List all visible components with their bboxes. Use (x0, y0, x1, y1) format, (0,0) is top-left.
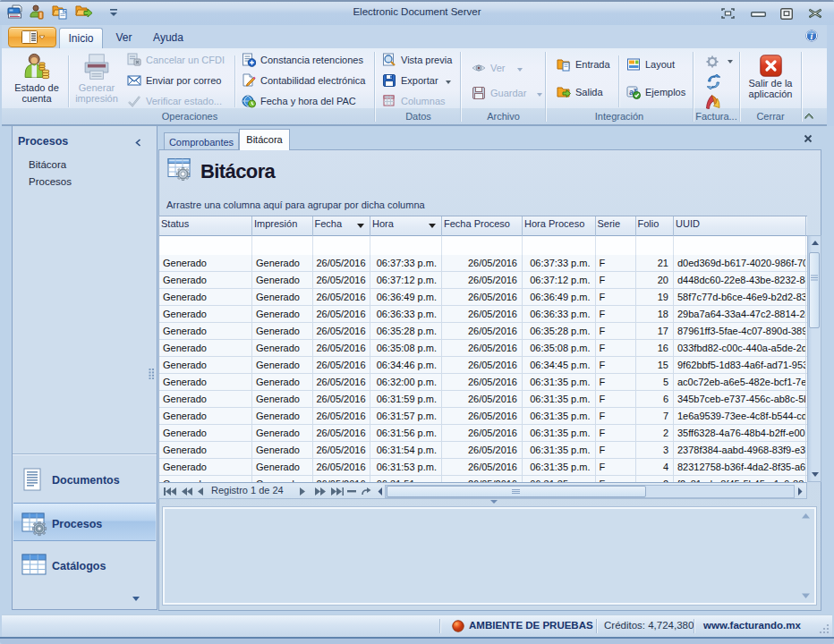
svg-text:i: i (811, 31, 813, 41)
